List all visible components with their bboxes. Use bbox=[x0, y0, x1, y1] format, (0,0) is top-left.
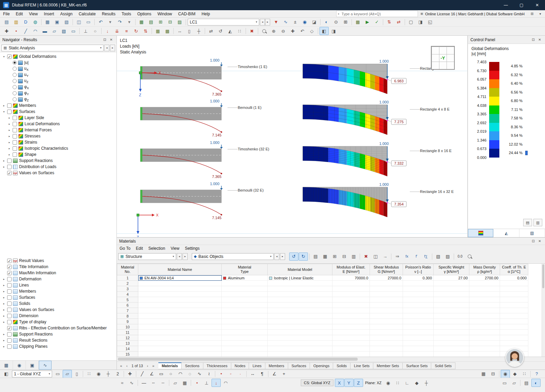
cell-gamma[interactable] bbox=[434, 313, 469, 319]
structure-selector[interactable]: ▦ Structure ▾ bbox=[118, 253, 176, 260]
draw-circle-icon[interactable]: ○ bbox=[166, 370, 175, 378]
expander-icon[interactable]: ▾ bbox=[2, 55, 6, 58]
print-table-icon[interactable]: ▨ bbox=[443, 252, 452, 261]
cell-nu[interactable] bbox=[403, 341, 434, 346]
cell-model[interactable] bbox=[268, 330, 332, 335]
next-table-group-button[interactable]: ▸ bbox=[183, 253, 188, 260]
table-tab-openings[interactable]: Openings bbox=[310, 362, 333, 369]
menu-help[interactable]: Help bbox=[199, 10, 213, 17]
snap-step-icon[interactable]: 2 bbox=[113, 370, 122, 378]
cell-no[interactable]: 13 bbox=[117, 341, 138, 346]
redo-icon[interactable]: ↷ bbox=[115, 18, 124, 26]
redo-caret-icon[interactable]: ▾ bbox=[125, 18, 134, 26]
cell-no[interactable]: 15 bbox=[117, 352, 138, 357]
nodal-load-icon[interactable]: ↓ bbox=[103, 27, 112, 35]
cell-model[interactable] bbox=[268, 303, 332, 308]
expander-icon[interactable]: ▸ bbox=[2, 296, 6, 299]
checkbox[interactable] bbox=[7, 283, 12, 288]
opening-tool-icon[interactable]: ▭ bbox=[69, 27, 78, 35]
checkbox[interactable] bbox=[7, 308, 12, 312]
copy-row-icon[interactable]: ◫ bbox=[371, 252, 380, 261]
cell-type[interactable] bbox=[222, 330, 268, 335]
cell-no[interactable]: 4 bbox=[117, 292, 138, 297]
cell-e[interactable] bbox=[332, 341, 370, 346]
last-table-button[interactable]: » bbox=[151, 363, 156, 369]
cell-g[interactable]: 27000.0 bbox=[370, 275, 403, 281]
line-load-icon[interactable]: ⇊ bbox=[112, 27, 122, 35]
cell-type[interactable] bbox=[222, 324, 268, 330]
cell-alpha[interactable] bbox=[500, 319, 528, 324]
fx-edit-icon[interactable]: f′ bbox=[412, 252, 421, 261]
cell-e[interactable] bbox=[332, 352, 370, 357]
moment-load-icon[interactable]: ↻ bbox=[131, 27, 141, 35]
float-panel-icon[interactable]: ⊡ bbox=[102, 37, 108, 43]
expander-icon[interactable]: ▸ bbox=[7, 116, 11, 119]
draw-arc-icon[interactable]: ◠ bbox=[176, 370, 185, 378]
visibility-icon[interactable]: ◐ bbox=[322, 18, 331, 26]
menu-view[interactable]: View bbox=[26, 10, 41, 17]
deformation-display-icon[interactable]: ◠ bbox=[221, 379, 230, 387]
checkbox[interactable]: ✓ bbox=[7, 54, 12, 59]
copy-icon[interactable]: ◫ bbox=[74, 18, 83, 26]
checkbox[interactable] bbox=[7, 103, 12, 108]
table-tab-thicknesses[interactable]: Thicknesses bbox=[203, 362, 231, 369]
cell-rho[interactable] bbox=[469, 281, 500, 286]
cell-gamma[interactable] bbox=[434, 319, 469, 324]
cell-nu[interactable]: 0.300 bbox=[403, 275, 434, 281]
cell-type[interactable] bbox=[222, 335, 268, 341]
horizontal-scrollbar[interactable] bbox=[117, 357, 545, 362]
checkbox[interactable]: ✓ bbox=[7, 271, 12, 275]
cell-rho[interactable]: 2700.00 bbox=[469, 275, 500, 281]
z-direction-toggle[interactable]: Z bbox=[354, 379, 363, 387]
solid-line-icon[interactable]: — bbox=[139, 379, 149, 387]
ortho-toggle[interactable]: ∟ bbox=[403, 379, 412, 387]
column-settings-icon[interactable]: ▥ bbox=[349, 252, 358, 261]
cell-model[interactable] bbox=[268, 346, 332, 352]
expander-icon[interactable]: ▸ bbox=[2, 302, 6, 305]
tree-item-x[interactable]: φX bbox=[0, 84, 116, 90]
radio-button[interactable] bbox=[13, 61, 17, 65]
fx-icon[interactable]: fx bbox=[402, 252, 411, 261]
select-in-graphic-icon[interactable]: ↻ bbox=[299, 252, 308, 261]
deformed-mesh-plot[interactable]: 1.0007.332 bbox=[301, 141, 410, 181]
cell-type[interactable] bbox=[222, 308, 268, 313]
cell-gamma[interactable] bbox=[434, 335, 469, 341]
cell-name[interactable] bbox=[138, 286, 222, 292]
expander-icon[interactable]: ▸ bbox=[2, 284, 6, 287]
cell-alpha[interactable]: 0.000 bbox=[500, 275, 528, 281]
teamwork-icon[interactable]: ◍ bbox=[31, 18, 40, 26]
cell-name[interactable] bbox=[138, 341, 222, 346]
cell-no[interactable]: 8 bbox=[117, 313, 138, 319]
next-table-button[interactable]: › bbox=[145, 363, 151, 369]
cell-model[interactable] bbox=[268, 308, 332, 313]
cell-g[interactable] bbox=[370, 281, 403, 286]
cell-rho[interactable] bbox=[469, 292, 500, 297]
zoom-window-icon[interactable] bbox=[260, 27, 269, 35]
expander-icon[interactable]: ▸ bbox=[2, 290, 6, 293]
vertical-scrollbar[interactable] bbox=[542, 264, 545, 357]
tree-item-dimension[interactable]: ▸Dimension bbox=[0, 313, 116, 319]
expander-icon[interactable]: ▸ bbox=[2, 345, 6, 348]
zoom-in-icon[interactable]: ⊕ bbox=[269, 27, 278, 35]
new-model-icon[interactable]: ▤ bbox=[2, 18, 11, 26]
cell-name[interactable] bbox=[138, 297, 222, 303]
view-selector[interactable]: 1 - Global XYZ ▾ bbox=[12, 371, 52, 377]
cell-no[interactable]: 10 bbox=[117, 324, 138, 330]
cell-model[interactable] bbox=[268, 292, 332, 297]
tree-item-members[interactable]: ▸Members bbox=[0, 288, 116, 294]
graphics-viewport[interactable]: LC1 Loads [kN] Static Analysis -Y 1.000 … bbox=[117, 36, 468, 237]
checkbox[interactable] bbox=[7, 277, 12, 281]
table-filter-icon[interactable]: ▦ bbox=[321, 252, 330, 261]
menu-file[interactable]: File bbox=[0, 10, 13, 17]
materials-menu-selection[interactable]: Selection bbox=[146, 245, 168, 252]
cell-no[interactable]: 12 bbox=[117, 335, 138, 341]
panel-options-icon[interactable]: ▥ bbox=[533, 219, 542, 226]
previous-object-type-button[interactable]: ◂ bbox=[274, 253, 279, 260]
cell-e[interactable] bbox=[332, 297, 370, 303]
snap-toggle[interactable]: ◉ bbox=[384, 379, 393, 387]
tree-item-title-information[interactable]: ✓Title Information bbox=[0, 264, 116, 270]
rotate-icon[interactable]: ↺ bbox=[216, 27, 225, 35]
next-object-type-button[interactable]: ▸ bbox=[280, 253, 285, 260]
cell-rho[interactable] bbox=[469, 352, 500, 357]
deformed-mesh-plot[interactable]: 1.0007.354 bbox=[301, 182, 410, 222]
